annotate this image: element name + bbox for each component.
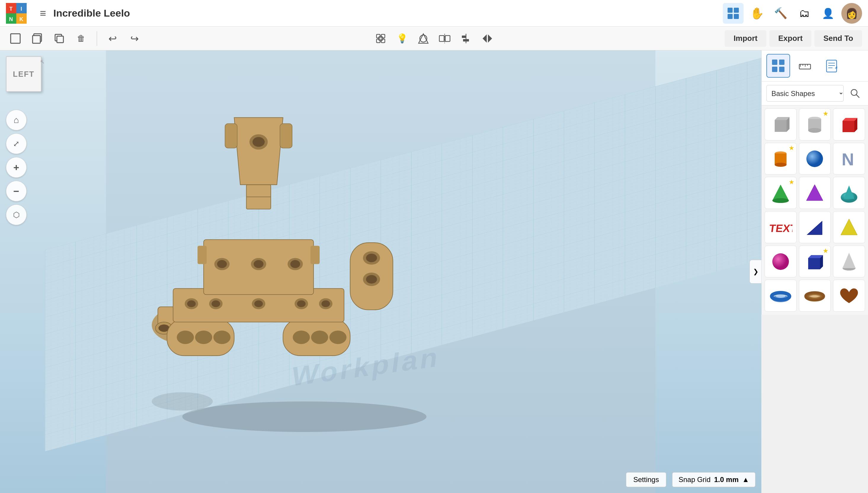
- panel-collapse-button[interactable]: ❯: [750, 260, 761, 283]
- model-canvas: Workplan: [0, 50, 761, 493]
- svg-rect-75: [310, 245, 320, 264]
- ruler-tab[interactable]: [793, 54, 817, 78]
- shape-item-cone-gray[interactable]: [833, 245, 865, 278]
- svg-point-123: [806, 150, 823, 167]
- select-button[interactable]: [371, 29, 390, 48]
- header-icons: ✋ 🔨 🗂 👤 👩: [723, 3, 862, 24]
- svg-rect-118: [843, 121, 854, 132]
- export-button[interactable]: Export: [769, 30, 811, 47]
- svg-rect-8: [728, 8, 733, 13]
- settings-bar: Settings Snap Grid 1.0 mm ▲: [626, 472, 755, 487]
- svg-rect-91: [280, 124, 292, 148]
- svg-rect-74: [198, 245, 207, 264]
- svg-rect-95: [772, 60, 777, 65]
- snap-grid-arrow[interactable]: ▲: [742, 475, 749, 484]
- app-logo[interactable]: T I N K: [6, 3, 27, 24]
- shape-item-pyramid-purple[interactable]: [799, 177, 831, 209]
- shape-item-box-red[interactable]: [833, 108, 865, 141]
- shape-item-cylinder-gray[interactable]: ★: [799, 108, 831, 141]
- svg-rect-11: [734, 14, 739, 19]
- svg-marker-134: [841, 219, 857, 235]
- viewport[interactable]: ↖ LEFT ⌂ ⤢ + − ⬡: [0, 50, 761, 493]
- svg-point-51: [293, 330, 310, 344]
- svg-rect-16: [57, 36, 63, 43]
- svg-point-136: [772, 253, 789, 270]
- gallery-icon[interactable]: 🗂: [794, 3, 815, 24]
- shape-item-box-gray[interactable]: [765, 108, 797, 141]
- shape-item-torus-blue[interactable]: [765, 280, 797, 312]
- shape-item-heart-brown[interactable]: [833, 280, 865, 312]
- svg-text:T: T: [9, 6, 13, 12]
- svg-point-46: [177, 330, 194, 344]
- svg-point-69: [217, 260, 227, 268]
- duplicate-button[interactable]: [50, 29, 69, 48]
- new-button[interactable]: [6, 29, 25, 48]
- shape-item-box-blue[interactable]: ★: [799, 245, 831, 278]
- import-button[interactable]: Import: [724, 30, 766, 47]
- flip-button[interactable]: [478, 29, 497, 48]
- grid-view-icon[interactable]: [723, 3, 743, 24]
- svg-point-94: [152, 392, 213, 411]
- avatar[interactable]: 👩: [841, 3, 862, 24]
- shape-category-select[interactable]: Basic Shapes Featured Letters Math Conne…: [766, 85, 844, 102]
- light-button[interactable]: 💡: [392, 29, 411, 48]
- svg-rect-97: [772, 67, 777, 72]
- build-icon[interactable]: 🔨: [770, 3, 791, 24]
- svg-point-61: [254, 300, 263, 307]
- toolbar-separator-1: [96, 31, 97, 46]
- svg-marker-85: [234, 117, 283, 185]
- right-panel: Basic Shapes Featured Letters Math Conne…: [761, 50, 868, 315]
- svg-point-52: [311, 330, 328, 344]
- shapes-tab[interactable]: [766, 54, 790, 78]
- hand-tool-icon[interactable]: ✋: [746, 3, 767, 24]
- align-button[interactable]: [457, 29, 476, 48]
- add-collaborator-icon[interactable]: 👤: [818, 3, 838, 24]
- delete-button[interactable]: 🗑: [72, 29, 91, 48]
- svg-point-71: [254, 260, 263, 268]
- panel-search-bar: Basic Shapes Featured Letters Math Conne…: [762, 82, 868, 106]
- shape-tool-button[interactable]: [414, 29, 433, 48]
- redo-button[interactable]: ↪: [125, 29, 144, 48]
- shape-item-cone-green[interactable]: ★: [765, 177, 797, 209]
- send-to-button[interactable]: Send To: [815, 30, 862, 47]
- svg-point-48: [213, 330, 231, 344]
- notes-tab[interactable]: [820, 54, 843, 78]
- shape-item-text[interactable]: TEXT: [765, 211, 797, 243]
- svg-marker-30: [483, 35, 487, 43]
- svg-rect-98: [779, 67, 784, 72]
- svg-line-110: [856, 94, 859, 98]
- svg-point-81: [366, 275, 377, 283]
- toolbar: 🗑 ↩ ↪ 💡: [0, 27, 868, 50]
- svg-point-93: [182, 402, 426, 432]
- shape-item-wedge-blue[interactable]: [799, 211, 831, 243]
- svg-point-53: [329, 330, 347, 344]
- shape-item-torus-brown[interactable]: [799, 280, 831, 312]
- mirror-button[interactable]: [435, 29, 454, 48]
- svg-point-144: [776, 295, 785, 298]
- menu-icon[interactable]: ≡: [32, 3, 53, 24]
- search-button[interactable]: [847, 85, 863, 102]
- shape-item-pyramid-yellow[interactable]: [833, 211, 865, 243]
- svg-point-65: [321, 300, 330, 307]
- svg-point-122: [775, 163, 786, 167]
- svg-point-59: [212, 300, 220, 307]
- shapes-grid: ★ ★: [762, 106, 868, 315]
- toolbar-center-tools: 💡: [371, 29, 497, 48]
- header: T I N K ≡ Incredible Leelo ✋ 🔨 🗂 👤 👩: [0, 0, 868, 27]
- shape-item-sphere-blue[interactable]: [799, 143, 831, 175]
- svg-point-116: [808, 128, 821, 133]
- shape-item-sphere-pink[interactable]: [765, 245, 797, 278]
- shape-item-cylinder-orange[interactable]: ★: [765, 143, 797, 175]
- undo-button[interactable]: ↩: [103, 29, 122, 48]
- shape-item-cone-teal[interactable]: [833, 177, 865, 209]
- svg-rect-89: [225, 124, 237, 148]
- svg-rect-10: [728, 14, 733, 19]
- snap-grid-control: Snap Grid 1.0 mm ▲: [672, 472, 755, 487]
- svg-point-73: [290, 260, 300, 268]
- svg-point-126: [772, 198, 789, 203]
- copy-button[interactable]: [28, 29, 47, 48]
- shape-item-n-shape[interactable]: N: [833, 143, 865, 175]
- svg-text:I: I: [20, 6, 22, 12]
- toolbar-action-buttons: Import Export Send To: [724, 30, 862, 47]
- settings-button[interactable]: Settings: [626, 472, 667, 487]
